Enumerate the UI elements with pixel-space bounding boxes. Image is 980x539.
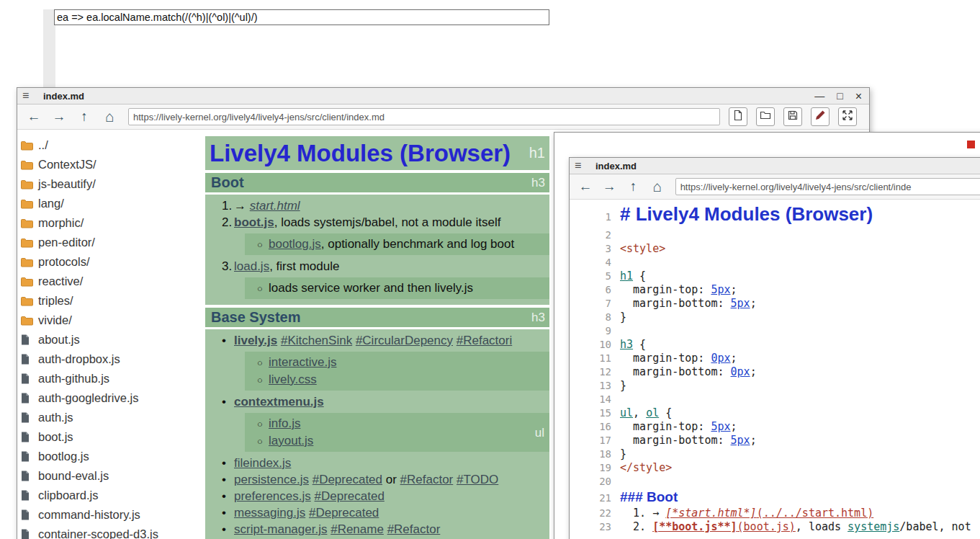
sidebar-item-reactive[interactable]: reactive/ (17, 272, 187, 291)
fullscreen-button[interactable] (838, 107, 857, 126)
code-token: ; (750, 297, 757, 310)
code-link[interactable]: [*start.html*] (665, 507, 756, 520)
hashtag-link[interactable]: #Refactor (387, 522, 441, 536)
menu-icon[interactable]: ≡ (22, 89, 38, 102)
home-button[interactable]: ⌂ (99, 107, 120, 127)
md-link[interactable]: messaging.js (234, 506, 305, 520)
folder-icon (21, 179, 33, 190)
sidebar-item-pen-editor[interactable]: pen-editor/ (17, 233, 187, 252)
close-button[interactable]: × (855, 88, 862, 104)
sidebar-item-protocols[interactable]: protocols/ (17, 252, 187, 272)
code-link[interactable]: ul (620, 406, 633, 419)
hashtag-link[interactable]: #Deprecated (309, 506, 379, 520)
md-link[interactable]: script-manager.js (234, 522, 327, 536)
hashtag-link[interactable]: #Rename (331, 522, 384, 536)
hashtag-link[interactable]: #CircularDepency (356, 334, 453, 347)
code-link[interactable]: [**boot.js**] (652, 520, 737, 533)
sidebar-item-about.js[interactable]: about.js (17, 330, 187, 349)
sidebar-item-..[interactable]: ../ (17, 135, 187, 155)
sidebar-item-bound-eval.js[interactable]: bound-eval.js (17, 466, 187, 486)
hashtag-link[interactable]: #Deprecated (315, 489, 385, 503)
element-tag-label: h3 (531, 174, 545, 191)
md-link[interactable]: contextmenu.js (234, 395, 324, 409)
forward-button[interactable]: → (48, 107, 70, 127)
maximize-button[interactable]: □ (837, 88, 842, 104)
menu-icon[interactable]: ≡ (575, 159, 590, 172)
md-link[interactable]: start.html (250, 199, 300, 213)
right-window-titlebar[interactable]: ≡ index.md (570, 158, 980, 174)
code-link[interactable]: (../../start.html) (757, 507, 874, 520)
sidebar-item-triples[interactable]: triples/ (17, 291, 187, 311)
code-editor[interactable]: 1# Lively4 Modules (Browser)23<style>45h… (570, 200, 980, 534)
line-number: 6 (570, 283, 611, 297)
code-link[interactable]: systemjs (848, 520, 899, 533)
open-folder-button[interactable] (756, 107, 775, 126)
code-link[interactable]: (boot.js) (737, 520, 796, 533)
sidebar-item-auth.js[interactable]: auth.js (17, 408, 187, 427)
hashtag-link[interactable]: #Refactori (457, 334, 512, 347)
md-link[interactable]: lively.css (269, 373, 317, 386)
sidebar-item-command-history.js[interactable]: command-history.js (17, 505, 187, 525)
code-link[interactable]: 0px (711, 352, 730, 365)
code-link[interactable]: ol (646, 406, 659, 419)
md-link[interactable]: persistence.js (234, 473, 309, 486)
left-window-titlebar[interactable]: ≡ index.md — □ × (17, 88, 869, 104)
code-token: } (620, 379, 626, 392)
md-link[interactable]: preferences.js (234, 489, 311, 503)
back-button[interactable]: ← (575, 177, 595, 197)
home-button[interactable]: ⌂ (647, 177, 667, 197)
sidebar-item-js-beautify[interactable]: js-beautify/ (17, 174, 187, 194)
code-link[interactable]: h3 (620, 338, 633, 351)
forward-button[interactable]: → (599, 177, 619, 197)
sidebar-item-container-scoped-d3.js[interactable]: container-scoped-d3.js (17, 525, 187, 539)
save-button[interactable] (783, 107, 802, 126)
md-link[interactable]: boot.js (234, 215, 274, 229)
up-button[interactable]: ↑ (73, 107, 95, 127)
md-link[interactable]: info.js (269, 416, 300, 430)
url-input[interactable] (128, 108, 720, 125)
hashtag-link[interactable]: #TODO (457, 473, 498, 486)
code-link[interactable]: 5px (731, 434, 750, 447)
url-input[interactable] (675, 178, 980, 195)
sidebar-item-morphic[interactable]: morphic/ (17, 213, 187, 233)
sidebar-item-bootlog.js[interactable]: bootlog.js (17, 447, 187, 466)
md-link[interactable]: bootlog.js (269, 237, 321, 251)
hashtag-link[interactable]: #Deprecated (313, 473, 382, 486)
sidebar-item-ContextJS[interactable]: ContextJS/ (17, 155, 187, 174)
file-name: bootlog.js (38, 450, 89, 463)
md-link[interactable]: load.js (234, 259, 269, 273)
md-link[interactable]: fileindex.js (234, 456, 291, 470)
back-button[interactable]: ← (23, 107, 45, 127)
md-nested-list: ○info.js○layout.jsul (245, 413, 549, 452)
sidebar-item-auth-googledrive.js[interactable]: auth-googledrive.js (17, 388, 187, 408)
code-token: margin-bottom: (620, 365, 731, 378)
new-file-button[interactable] (729, 107, 747, 126)
list-item: ○interactive.js (245, 354, 549, 371)
sidebar-item-auth-dropbox.js[interactable]: auth-dropbox.js (17, 349, 187, 369)
md-link[interactable]: interactive.js (269, 355, 336, 369)
folder-icon (21, 141, 33, 151)
hashtag-link[interactable]: #KitchenSink (281, 334, 352, 347)
sidebar-item-lang[interactable]: lang/ (17, 194, 187, 213)
sidebar-item-auth-github.js[interactable]: auth-github.js (17, 369, 187, 388)
code-line: 15ul, ol { (570, 406, 980, 420)
md-link[interactable]: lively.js (234, 334, 277, 347)
code-link[interactable]: 0px (731, 365, 750, 378)
sidebar-item-boot.js[interactable]: boot.js (17, 427, 187, 447)
file-icon (21, 412, 33, 423)
filter-expression-input[interactable] (54, 9, 549, 25)
file-icon (21, 509, 33, 520)
md-link[interactable]: layout.js (269, 434, 313, 447)
minimize-button[interactable]: — (814, 88, 824, 104)
edit-button[interactable] (811, 107, 830, 126)
hashtag-link[interactable]: #Refactor (400, 473, 454, 486)
code-link[interactable]: 5px (711, 283, 730, 296)
code-link[interactable]: h1 (620, 270, 633, 282)
code-link[interactable]: 5px (731, 297, 750, 310)
sidebar-item-clipboard.js[interactable]: clipboard.js (17, 486, 187, 505)
code-link[interactable]: 5px (711, 420, 730, 433)
folder-icon (21, 296, 33, 306)
file-name: about.js (38, 333, 80, 347)
sidebar-item-vivide[interactable]: vivide/ (17, 311, 187, 330)
up-button[interactable]: ↑ (623, 177, 643, 197)
